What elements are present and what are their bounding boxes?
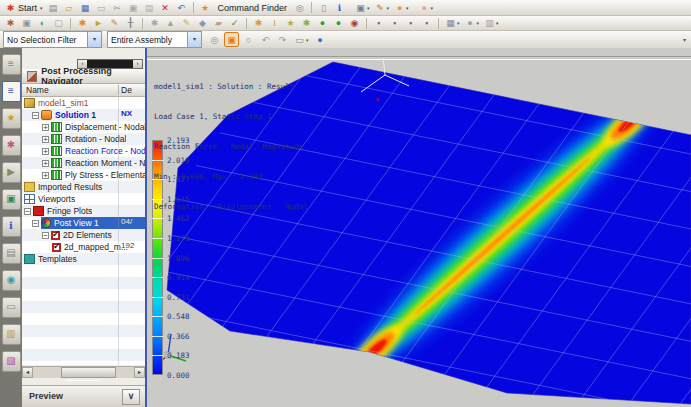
toolbar-icon-swatch[interactable]: ▰ xyxy=(211,16,226,31)
expander-plus-icon[interactable]: + xyxy=(42,124,49,131)
expander-minus-icon[interactable]: − xyxy=(32,112,39,119)
tab-roles[interactable]: ▨ xyxy=(2,351,21,372)
toolbar-icon-snowflake[interactable]: ✱ xyxy=(147,16,162,31)
checkbox-icon[interactable] xyxy=(52,243,61,252)
toolbar-icon-lamp[interactable]: ●▾ xyxy=(463,16,482,31)
expander-plus-icon[interactable]: + xyxy=(42,148,49,155)
tree-horizontal-scrollbar[interactable]: ◂ ▸ xyxy=(22,366,145,378)
tree-row-2d-elements[interactable]: −2D Elements xyxy=(22,229,145,241)
tab-reuse-library[interactable]: ▶ xyxy=(2,162,21,183)
toolbar-icon-flag[interactable]: ★ xyxy=(283,16,298,31)
command-finder-icon[interactable]: ★ xyxy=(198,0,213,15)
annotation-button[interactable]: ✎▾ xyxy=(373,0,392,15)
graphics-window[interactable]: x model1_sim1 : Solution : Result Load C… xyxy=(147,48,691,407)
tree-row-reaction-moment-nodal[interactable]: +Reaction Moment - N... xyxy=(22,157,145,169)
scroll-left-icon[interactable]: ◂ xyxy=(22,367,33,378)
toolbar-icon-grid[interactable]: ▦▾ xyxy=(443,16,462,31)
scrollbar-thumb[interactable] xyxy=(61,367,116,378)
preview-section[interactable]: Preview ∨ xyxy=(22,385,145,407)
touch-button[interactable]: ▯ xyxy=(316,0,331,15)
scroll-right-icon[interactable]: ▸ xyxy=(134,367,145,378)
shaded-view-button[interactable]: ● xyxy=(313,32,328,47)
tab-post-processing-navigator[interactable]: ≡ xyxy=(2,81,21,102)
user-button[interactable]: ●▾ xyxy=(417,0,436,15)
undo-button[interactable]: ↶ xyxy=(174,0,189,15)
tab-hd3d-tools[interactable]: ▣ xyxy=(2,189,21,210)
undo-view-button[interactable]: ↶ xyxy=(258,32,273,47)
selection-scope-combo[interactable]: Entire Assembly ▾ xyxy=(107,31,202,48)
tab-part-navigator[interactable]: ✱ xyxy=(2,135,21,156)
chevron-down-icon[interactable]: ▾ xyxy=(187,32,201,47)
open-button[interactable]: ▱ xyxy=(62,0,77,15)
scrollbar-track[interactable] xyxy=(116,367,134,378)
tab-process-studio[interactable]: ◉ xyxy=(2,270,21,291)
toolbar-icon-dot-2[interactable]: ▪ xyxy=(387,16,402,31)
start-menu-button[interactable]: ✱Start▾ xyxy=(3,0,45,15)
tree-row-displacement-nodal[interactable]: +Displacement - Nodal xyxy=(22,121,145,133)
tree-row-ply-stress-elemental[interactable]: +Ply Stress - Elemental xyxy=(22,169,145,181)
tree-column-header[interactable]: Name De xyxy=(22,84,145,97)
tree-row-reaction-force-nodal[interactable]: +Reaction Force - Nodal xyxy=(22,145,145,157)
command-finder-label[interactable]: Command Finder xyxy=(214,0,292,15)
copy-button[interactable]: ▣ xyxy=(126,0,141,15)
tree-row-viewports[interactable]: Viewports xyxy=(22,193,145,205)
toolbar-icon-rotate[interactable]: ◐ xyxy=(35,16,50,31)
expander-minus-icon[interactable]: − xyxy=(24,208,31,215)
tree-row-rotation-nodal[interactable]: +Rotation - Nodal xyxy=(22,133,145,145)
column-name[interactable]: Name xyxy=(26,85,49,95)
tree-row-fringe-plots[interactable]: −Fringe Plots xyxy=(22,205,145,217)
toolbar-icon-pen[interactable]: ✎ xyxy=(179,16,194,31)
chevron-down-icon[interactable]: ▾ xyxy=(87,32,101,47)
expander-minus-icon[interactable]: − xyxy=(32,220,39,227)
toolbar-icon-ibeam[interactable]: I xyxy=(267,16,282,31)
toolbar-icon-cube[interactable]: ▣ xyxy=(19,16,34,31)
tree-row-2d-mapped-mesh[interactable]: 2d_mapped_m...192 xyxy=(22,241,145,253)
redo-view-button[interactable]: ↷ xyxy=(275,32,290,47)
window-style-button[interactable]: ▣▾ xyxy=(353,0,372,15)
toolbar-icon-ball-green-2[interactable]: ● xyxy=(331,16,346,31)
toolbar-icon-dot-4[interactable]: ▪ xyxy=(419,16,434,31)
tab-internet-browser[interactable]: ℹ xyxy=(2,216,21,237)
tree-row-imported-results[interactable]: Imported Results xyxy=(22,181,145,193)
selection-scope-ball[interactable]: ◎ xyxy=(207,32,222,47)
info-button[interactable]: ℹ xyxy=(332,0,347,15)
toolbar-icon-measure[interactable]: ✱ xyxy=(299,16,314,31)
toolbar-icon-ball-red[interactable]: ◉ xyxy=(347,16,362,31)
toolbar-icon-gem[interactable]: ◆ xyxy=(195,16,210,31)
expander-plus-icon[interactable]: + xyxy=(42,172,49,179)
toolbar-icon-sketch[interactable]: ✱ xyxy=(75,16,90,31)
expander-plus-icon[interactable]: + xyxy=(42,136,49,143)
toolbar-icon-grid2[interactable]: ▥▾ xyxy=(482,16,501,31)
tree-row-solution-1[interactable]: −Solution 1NX xyxy=(22,109,145,121)
toolbar-icon-prism[interactable]: ▲ xyxy=(163,16,178,31)
toolbar-icon-pencil[interactable]: ✎ xyxy=(107,16,122,31)
render-style-button[interactable]: ●▾ xyxy=(392,0,411,15)
cut-button[interactable]: ✂ xyxy=(110,0,125,15)
new-button[interactable]: ▤ xyxy=(46,0,61,15)
toolbar-icon-plane[interactable]: ▢ xyxy=(51,16,66,31)
selection-filter-combo[interactable]: No Selection Filter ▾ xyxy=(3,31,102,48)
orbit-button[interactable]: ○ xyxy=(241,32,256,47)
expander-plus-icon[interactable]: + xyxy=(42,160,49,167)
delete-button[interactable]: ✕ xyxy=(158,0,173,15)
tab-xy-function-navigator[interactable]: ★ xyxy=(2,108,21,129)
chevron-down-icon[interactable]: ∨ xyxy=(122,389,140,405)
toolbar-icon-ball-green-1[interactable]: ● xyxy=(315,16,330,31)
tree-row-model1-sim1[interactable]: model1_sim1 xyxy=(22,97,145,109)
tree-row-post-view-1[interactable]: −Post View 104/ xyxy=(22,217,145,229)
paste-button[interactable]: ▤ xyxy=(142,0,157,15)
snap-point-toggle[interactable]: ▣ xyxy=(224,32,239,47)
tab-history[interactable]: ▤ xyxy=(2,243,21,264)
save-button[interactable]: ▦ xyxy=(78,0,93,15)
tree-row-templates[interactable]: Templates xyxy=(22,253,145,265)
print-button[interactable]: ▭ xyxy=(94,0,109,15)
toolbar-icon-dot-1[interactable]: ▪ xyxy=(371,16,386,31)
toolbar-icon-gear[interactable]: ✱ xyxy=(3,16,18,31)
column-description[interactable]: De xyxy=(118,85,132,95)
rectangle-select-button[interactable]: ▭▾ xyxy=(292,32,311,47)
toolbar-icon-check[interactable]: ✓ xyxy=(227,16,242,31)
tab-materials[interactable]: ▥ xyxy=(2,324,21,345)
toolbar-icon-hand[interactable]: ✱ xyxy=(251,16,266,31)
toolbar-icon-dot-3[interactable]: ▪ xyxy=(403,16,418,31)
tab-manage-views[interactable]: ▭ xyxy=(2,297,21,318)
